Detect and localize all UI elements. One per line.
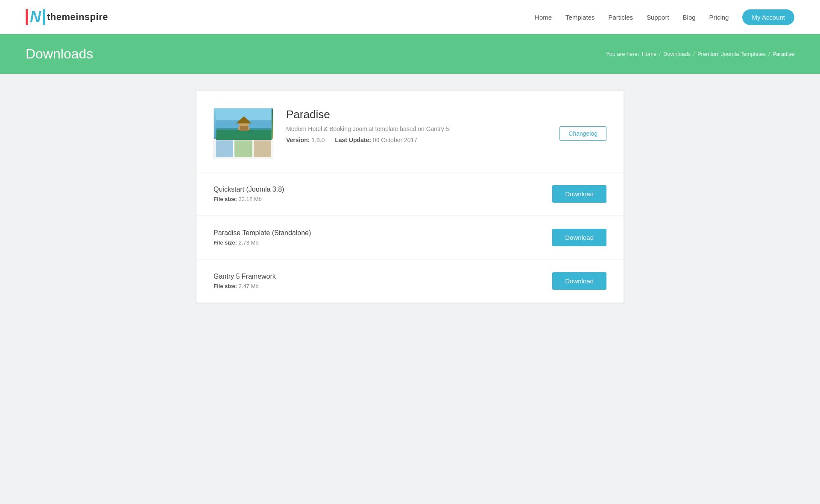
breadcrumb: You are here: Home / Downloads / Premium… xyxy=(606,51,794,57)
download-info-gantry: Gantry 5 Framework File size: 2.47 Mb xyxy=(214,273,276,289)
download-name-gantry: Gantry 5 Framework xyxy=(214,273,276,280)
logo-bar-red xyxy=(26,9,28,25)
header: N themeinspire Home Templates Particles … xyxy=(0,0,820,34)
page-title: Downloads xyxy=(26,46,93,62)
last-update-meta: Last Update: 09 October 2017 xyxy=(335,137,417,143)
nav-support[interactable]: Support xyxy=(647,14,669,21)
product-thumbnail xyxy=(214,108,273,159)
logo[interactable]: N themeinspire xyxy=(26,9,108,25)
logo-icon: N xyxy=(26,9,45,25)
thumb-illustration xyxy=(214,108,273,140)
breadcrumb-current: Paradise xyxy=(773,51,794,57)
breadcrumb-you-are-here: You are here: xyxy=(606,51,639,57)
filesize-label-gantry: File size: xyxy=(214,283,237,289)
download-name-standalone: Paradise Template (Standalone) xyxy=(214,229,311,237)
hero-banner: Downloads You are here: Home / Downloads… xyxy=(0,34,820,74)
version-meta: Version: 1.9.0 xyxy=(286,137,326,143)
filesize-label-quickstart: File size: xyxy=(214,196,237,202)
download-filesize-quickstart: File size: 33.12 Mb xyxy=(214,196,284,202)
product-description: Modern Hotel & Booking Joomla! template … xyxy=(286,125,547,132)
logo-n-letter: N xyxy=(30,9,41,25)
product-meta: Version: 1.9.0 Last Update: 09 October 2… xyxy=(286,137,547,143)
thumb-mini-3 xyxy=(254,140,271,157)
download-filesize-gantry: File size: 2.47 Mb xyxy=(214,283,276,289)
thumb-mini-1 xyxy=(216,140,233,157)
breadcrumb-sep-3: / xyxy=(768,51,770,57)
last-update-date: 09 October 2017 xyxy=(373,137,417,143)
nav-templates[interactable]: Templates xyxy=(565,14,594,21)
download-info-quickstart: Quickstart (Joomla 3.8) File size: 33.12… xyxy=(214,186,284,202)
version-number: 1.9.0 xyxy=(311,137,325,143)
breadcrumb-section[interactable]: Premium Joomla Templates xyxy=(697,51,766,57)
download-item-standalone: Paradise Template (Standalone) File size… xyxy=(196,216,624,259)
thumb-mini-2 xyxy=(234,140,252,157)
download-button-gantry[interactable]: Download xyxy=(552,272,606,290)
main-content: Paradise Modern Hotel & Booking Joomla! … xyxy=(196,91,624,303)
download-filesize-standalone: File size: 2.73 Mb xyxy=(214,239,311,246)
main-nav: Home Templates Particles Support Blog Pr… xyxy=(535,9,794,25)
logo-text: themeinspire xyxy=(47,12,108,23)
download-button-quickstart[interactable]: Download xyxy=(552,185,606,203)
nav-particles[interactable]: Particles xyxy=(608,14,633,21)
breadcrumb-downloads[interactable]: Downloads xyxy=(663,51,691,57)
thumb-strip xyxy=(214,139,273,159)
nav-home[interactable]: Home xyxy=(535,14,552,21)
logo-bar-blue xyxy=(43,9,45,25)
download-name-quickstart: Quickstart (Joomla 3.8) xyxy=(214,186,284,193)
download-info-standalone: Paradise Template (Standalone) File size… xyxy=(214,229,311,246)
product-name: Paradise xyxy=(286,108,547,121)
svg-rect-4 xyxy=(240,126,248,131)
changelog-button[interactable]: Changelog xyxy=(559,126,606,141)
my-account-button[interactable]: My Account xyxy=(742,9,794,25)
download-button-standalone[interactable]: Download xyxy=(552,229,606,246)
product-header: Paradise Modern Hotel & Booking Joomla! … xyxy=(196,91,624,172)
download-item-quickstart: Quickstart (Joomla 3.8) File size: 33.12… xyxy=(196,172,624,216)
thumb-top xyxy=(214,108,273,139)
breadcrumb-home[interactable]: Home xyxy=(642,51,657,57)
last-update-label: Last Update: xyxy=(335,137,371,143)
filesize-label-standalone: File size: xyxy=(214,239,237,246)
version-label: Version: xyxy=(286,137,310,143)
breadcrumb-sep-2: / xyxy=(693,51,695,57)
nav-pricing[interactable]: Pricing xyxy=(709,14,729,21)
breadcrumb-sep-1: / xyxy=(659,51,661,57)
download-item-gantry: Gantry 5 Framework File size: 2.47 Mb Do… xyxy=(196,259,624,303)
product-info: Paradise Modern Hotel & Booking Joomla! … xyxy=(286,108,547,143)
nav-blog[interactable]: Blog xyxy=(683,14,696,21)
